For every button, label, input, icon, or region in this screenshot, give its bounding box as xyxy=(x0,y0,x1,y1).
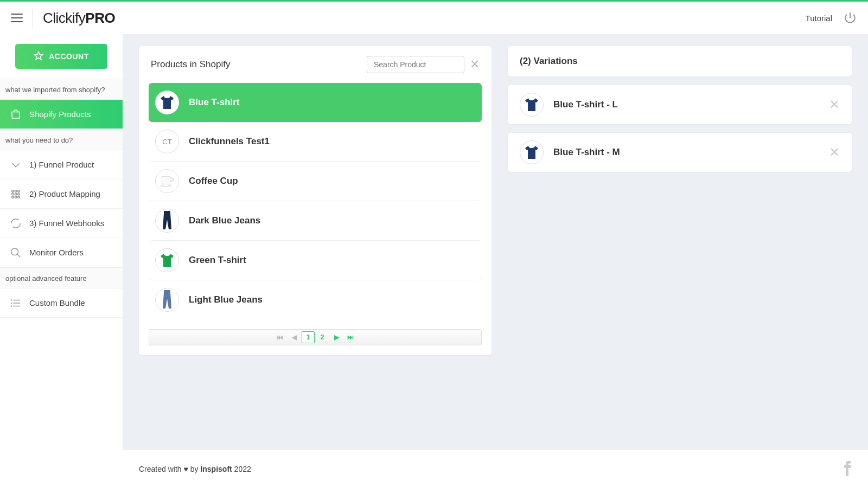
svg-point-5 xyxy=(15,193,17,195)
sidebar-item-label: Custom Bundle xyxy=(29,298,85,307)
page-last-icon[interactable]: ⏭ xyxy=(344,331,357,343)
page-number[interactable]: 2 xyxy=(316,331,329,343)
variation-avatar xyxy=(520,140,544,164)
sidebar-item-label: 3) Funnel Webhooks xyxy=(29,219,104,228)
product-avatar xyxy=(155,248,179,272)
svg-point-15 xyxy=(11,300,12,300)
product-row[interactable]: CTClickfunnels Test1 xyxy=(149,122,482,162)
tutorial-link[interactable]: Tutorial xyxy=(806,14,832,23)
sidebar-item-shopify-products[interactable]: Shopify Products xyxy=(0,100,123,129)
grid-icon xyxy=(10,188,22,200)
svg-point-4 xyxy=(12,193,14,195)
page-next-icon[interactable]: ▶ xyxy=(330,331,343,343)
app-logo: ClickifyPRO xyxy=(43,10,115,27)
svg-point-7 xyxy=(12,196,14,198)
sidebar-section-todo: what you need to do? xyxy=(0,129,123,150)
product-name: Blue T-shirt xyxy=(189,97,240,108)
footer: Created with ♥ by Inspisoft 2022 xyxy=(123,450,868,488)
account-button[interactable]: ACCOUNT xyxy=(15,44,107,69)
sidebar-item-funnel-webhooks[interactable]: 3) Funnel Webhooks xyxy=(0,209,123,238)
sidebar-item-label: 2) Product Mapping xyxy=(29,189,100,198)
sidebar-section-imported: what we imported from shopify? xyxy=(0,79,123,100)
product-avatar xyxy=(155,209,179,233)
product-name: Dark Blue Jeans xyxy=(189,215,260,226)
svg-point-9 xyxy=(18,196,20,198)
product-row[interactable]: Blue T-shirt xyxy=(149,83,482,122)
product-name: Green T-shirt xyxy=(189,255,246,266)
page-first-icon[interactable]: ⏮ xyxy=(273,331,286,343)
product-name: Light Blue Jeans xyxy=(189,294,263,305)
search-input[interactable] xyxy=(367,56,464,73)
divider xyxy=(33,9,33,28)
clear-search-icon[interactable]: ✕ xyxy=(470,57,480,72)
svg-point-16 xyxy=(11,303,12,303)
product-row[interactable]: Dark Blue Jeans xyxy=(149,201,482,241)
variations-panel-header: (2) Variations xyxy=(508,46,852,76)
sidebar-item-funnel-product[interactable]: 1) Funnel Product xyxy=(0,150,123,179)
svg-point-17 xyxy=(11,306,12,306)
sidebar-item-label: Monitor Orders xyxy=(29,248,84,257)
product-row[interactable]: Green T-shirt xyxy=(149,241,482,280)
menu-toggle-icon[interactable] xyxy=(11,14,23,22)
sidebar-item-custom-bundle[interactable]: Custom Bundle xyxy=(0,288,123,318)
svg-point-2 xyxy=(15,190,17,192)
sidebar: ACCOUNT what we imported from shopify? S… xyxy=(0,34,123,488)
product-avatar xyxy=(155,91,179,114)
product-avatar xyxy=(155,288,179,312)
power-icon[interactable] xyxy=(843,11,857,25)
variation-name: Blue T-shirt - M xyxy=(553,147,819,158)
product-avatar xyxy=(155,169,179,193)
chevron-down-icon xyxy=(10,159,22,171)
remove-variation-icon[interactable]: ✕ xyxy=(829,97,840,112)
variation-avatar xyxy=(520,93,544,117)
products-panel: Products in Shopify ✕ Blue T-shirtCTClic… xyxy=(139,46,492,355)
svg-point-3 xyxy=(18,190,20,192)
variation-card[interactable]: Blue T-shirt - M✕ xyxy=(508,133,852,172)
product-row[interactable]: Light Blue Jeans xyxy=(149,280,482,319)
page-prev-icon[interactable]: ◀ xyxy=(288,331,301,343)
svg-point-1 xyxy=(12,190,14,192)
sidebar-item-label: Shopify Products xyxy=(29,110,91,119)
facebook-icon[interactable] xyxy=(843,461,852,478)
product-name: Clickfunnels Test1 xyxy=(189,136,270,147)
svg-point-8 xyxy=(15,196,17,198)
app-header: ClickifyPRO Tutorial xyxy=(0,2,868,34)
products-panel-title: Products in Shopify xyxy=(151,59,230,70)
search-icon xyxy=(10,247,22,259)
product-avatar: CT xyxy=(155,130,179,153)
sidebar-section-advanced: optional advanced feature xyxy=(0,267,123,288)
product-name: Coffee Cup xyxy=(189,176,238,187)
svg-line-11 xyxy=(17,254,21,257)
star-icon xyxy=(34,51,43,62)
variation-card[interactable]: Blue T-shirt - L✕ xyxy=(508,85,852,124)
sidebar-item-monitor-orders[interactable]: Monitor Orders xyxy=(0,238,123,267)
svg-point-6 xyxy=(18,193,20,195)
svg-point-10 xyxy=(11,248,18,255)
variations-title: (2) Variations xyxy=(508,46,852,76)
page-number[interactable]: 1 xyxy=(302,331,315,343)
sidebar-item-label: 1) Funnel Product xyxy=(29,160,94,169)
list-icon xyxy=(10,297,22,309)
variation-name: Blue T-shirt - L xyxy=(553,99,819,110)
remove-variation-icon[interactable]: ✕ xyxy=(829,145,840,160)
bag-icon xyxy=(10,108,22,120)
refresh-icon xyxy=(10,217,22,229)
product-row[interactable]: Coffee Cup xyxy=(149,162,482,201)
pagination: ⏮ ◀ 12 ▶ ⏭ xyxy=(149,329,482,345)
sidebar-item-product-mapping[interactable]: 2) Product Mapping xyxy=(0,179,123,209)
svg-marker-0 xyxy=(35,52,43,59)
